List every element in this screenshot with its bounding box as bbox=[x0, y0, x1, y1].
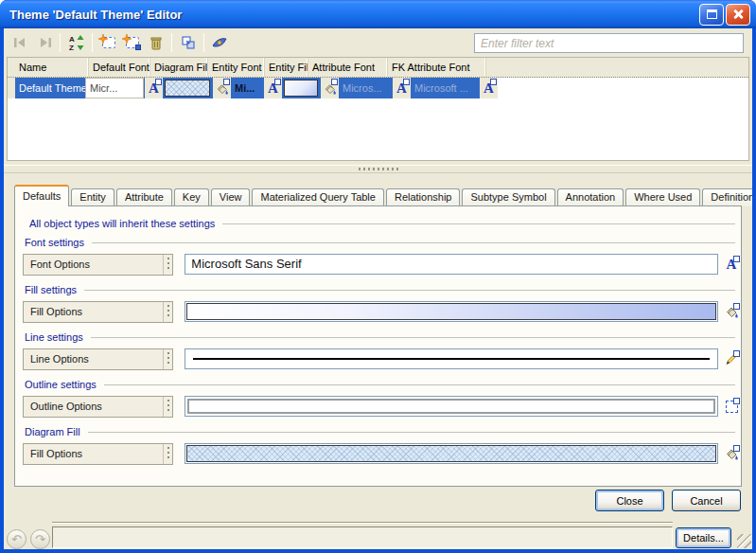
close-button[interactable] bbox=[726, 4, 750, 26]
tab-where-used[interactable]: Where Used bbox=[625, 188, 700, 206]
column-header-attribute-font[interactable]: Attribute Font bbox=[308, 58, 388, 77]
font-name-value: Microsoft Sans Serif bbox=[185, 255, 717, 274]
line-style-preview bbox=[193, 358, 710, 360]
sort-az-icon: A Z bbox=[68, 34, 85, 51]
column-header-name[interactable]: Name bbox=[15, 58, 89, 77]
tab-materialized-query-table[interactable]: Materialized Query Table bbox=[252, 188, 383, 206]
new-child-theme-icon bbox=[126, 37, 139, 48]
column-header-entity-fill[interactable]: Entity Fill bbox=[265, 58, 308, 77]
line-picker-button[interactable] bbox=[722, 349, 741, 368]
row-name-cell[interactable]: Default Theme bbox=[15, 78, 85, 98]
divider-line bbox=[222, 223, 735, 224]
back-button[interactable] bbox=[9, 31, 32, 54]
title-bar[interactable]: Theme 'Default Theme' Editor bbox=[0, 0, 756, 28]
entity-fill-swatch[interactable] bbox=[282, 78, 320, 98]
delete-theme-button[interactable] bbox=[144, 31, 167, 54]
default-font-picker-button[interactable]: A bbox=[144, 78, 163, 98]
maximize-button[interactable] bbox=[699, 4, 724, 26]
entity-font-picker-button[interactable]: A bbox=[263, 78, 282, 98]
attribute-font-picker-button[interactable]: A bbox=[392, 78, 411, 98]
resize-grip[interactable] bbox=[737, 534, 751, 548]
splitter-handle[interactable] bbox=[4, 165, 752, 173]
line-options-row: Line Options bbox=[23, 348, 741, 370]
book-icon bbox=[211, 35, 229, 50]
tab-annotation[interactable]: Annotation bbox=[557, 188, 624, 206]
fill-settings-heading: Fill settings bbox=[25, 284, 77, 295]
font-options-label-box: Font Options bbox=[23, 254, 173, 276]
row-grip-handle[interactable] bbox=[163, 349, 172, 369]
duplicate-theme-button[interactable] bbox=[176, 31, 200, 54]
status-message-area bbox=[52, 526, 673, 548]
row-grip-handle[interactable] bbox=[163, 302, 172, 322]
line-preview-field[interactable] bbox=[185, 348, 718, 369]
diagram-fill-swatch[interactable] bbox=[163, 78, 212, 98]
trash-icon bbox=[149, 35, 164, 51]
status-divider bbox=[52, 522, 673, 524]
outline-picker-button[interactable] bbox=[722, 397, 741, 416]
outline-options-label-box: Outline Options bbox=[23, 396, 173, 418]
entity-font-value[interactable]: Mi... bbox=[231, 78, 263, 98]
new-theme-button[interactable] bbox=[97, 31, 120, 54]
tab-view[interactable]: View bbox=[211, 188, 251, 206]
details-button[interactable]: Details... bbox=[676, 527, 731, 548]
forward-button[interactable] bbox=[32, 31, 56, 54]
diagram-fill-picker-button[interactable] bbox=[212, 78, 231, 98]
line-settings-heading: Line settings bbox=[25, 331, 83, 343]
grid-header: Name Default Font Diagram Fill Entity Fo… bbox=[8, 58, 748, 78]
close-dialog-button[interactable]: Close bbox=[595, 490, 664, 511]
row-grip-handle[interactable] bbox=[163, 397, 172, 417]
property-box-icon bbox=[490, 79, 497, 85]
diagram-fill-picker-button[interactable] bbox=[722, 444, 741, 463]
tab-key[interactable]: Key bbox=[174, 188, 209, 206]
row-grip-handle[interactable] bbox=[163, 255, 172, 275]
tab-entity[interactable]: Entity bbox=[71, 188, 114, 206]
sort-button[interactable]: A Z bbox=[64, 31, 88, 54]
table-row[interactable]: Default Theme Micr... A Mi... bbox=[8, 78, 748, 98]
tab-definition[interactable]: Definition bbox=[702, 188, 752, 206]
default-font-value[interactable]: Micr... bbox=[85, 78, 144, 98]
redo-icon: ↷ bbox=[35, 532, 45, 546]
forward-icon bbox=[36, 36, 53, 49]
property-box-icon bbox=[274, 79, 281, 85]
toolbar-separator bbox=[92, 33, 93, 52]
divider-line bbox=[104, 384, 735, 385]
column-header-fk-attribute-font[interactable]: FK Attribute Font bbox=[388, 58, 486, 77]
grid-gutter bbox=[8, 58, 15, 77]
tab-relationship[interactable]: Relationship bbox=[386, 188, 461, 206]
font-options-value-field[interactable]: Microsoft Sans Serif bbox=[185, 254, 718, 275]
font-settings-heading: Font settings bbox=[25, 237, 84, 248]
attribute-font-value[interactable]: Micros... bbox=[339, 78, 392, 98]
tab-subtype-symbol[interactable]: Subtype Symbol bbox=[462, 188, 554, 206]
fk-attribute-font-value[interactable]: Microsoft ... bbox=[411, 78, 479, 98]
column-header-default-font[interactable]: Default Font bbox=[89, 58, 150, 77]
diagram-fill-options-label: Fill Options bbox=[24, 448, 163, 459]
column-header-diagram-fill[interactable]: Diagram Fill bbox=[150, 58, 208, 77]
undo-icon: ↶ bbox=[11, 532, 22, 546]
outline-options-label: Outline Options bbox=[24, 401, 163, 412]
font-options-label: Font Options bbox=[24, 259, 163, 270]
client-area: A Z bbox=[4, 28, 752, 549]
font-picker-button[interactable]: A bbox=[722, 255, 741, 274]
tab-attribute[interactable]: Attribute bbox=[116, 188, 172, 206]
divider-line bbox=[84, 290, 735, 291]
entity-fill-picker-button[interactable] bbox=[320, 78, 339, 98]
column-header-entity-font[interactable]: Entity Font bbox=[208, 58, 265, 77]
row-gutter bbox=[8, 78, 15, 98]
diagram-fill-heading: Diagram Fill bbox=[25, 426, 80, 437]
undo-button[interactable]: ↶ bbox=[7, 529, 26, 549]
diagram-fill-preview-field[interactable] bbox=[185, 443, 718, 464]
fill-preview-field[interactable] bbox=[185, 301, 718, 322]
svg-text:A: A bbox=[69, 35, 75, 44]
outline-preview-field[interactable] bbox=[185, 396, 718, 417]
row-grip-handle[interactable] bbox=[163, 444, 172, 464]
fk-attribute-font-picker-button[interactable]: A bbox=[479, 78, 498, 98]
new-child-theme-button[interactable] bbox=[120, 31, 144, 54]
cancel-button[interactable]: Cancel bbox=[672, 490, 741, 511]
fill-picker-button[interactable] bbox=[722, 302, 741, 321]
redo-button[interactable]: ↷ bbox=[30, 529, 50, 549]
filter-input[interactable] bbox=[474, 33, 744, 53]
divider-line bbox=[88, 432, 735, 433]
fill-options-row: Fill Options bbox=[23, 300, 741, 323]
theme-glossary-button[interactable] bbox=[208, 31, 232, 54]
tab-defaults[interactable]: Defaults bbox=[14, 185, 69, 206]
